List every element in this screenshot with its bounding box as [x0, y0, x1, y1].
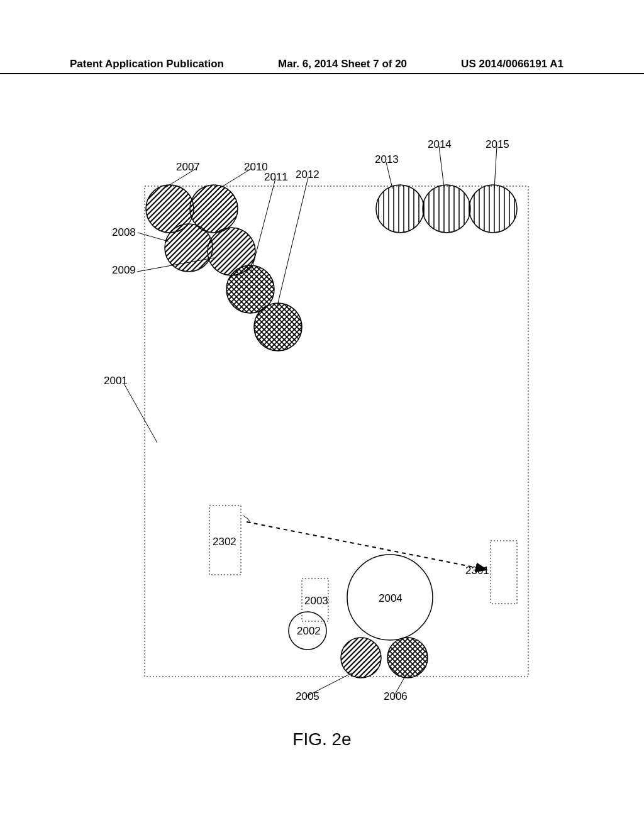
label-2001: 2001 [104, 375, 128, 387]
label-2004: 2004 [379, 592, 402, 605]
label-2005: 2005 [296, 690, 319, 703]
label-2012: 2012 [296, 169, 319, 181]
figure-canvas [0, 0, 644, 830]
label-2301: 2301 [465, 565, 489, 577]
leader-2011 [252, 179, 275, 270]
label-2009: 2009 [112, 264, 136, 277]
figure-svg [0, 0, 644, 830]
label-2013: 2013 [375, 153, 399, 166]
arrow-2302-to-2301 [247, 522, 487, 570]
page-root: Patent Application Publication Mar. 6, 2… [0, 0, 644, 830]
circle-2013 [376, 185, 424, 233]
label-2008: 2008 [112, 226, 136, 239]
figure-caption: FIG. 2e [0, 729, 644, 750]
leader-2012 [277, 177, 308, 308]
leader-2015 [494, 146, 497, 189]
leader-2013 [386, 162, 392, 189]
box-2301 [491, 541, 517, 604]
label-2003: 2003 [304, 595, 328, 607]
leader-2008 [138, 233, 169, 241]
leader-2014 [439, 146, 444, 187]
label-2007: 2007 [176, 161, 200, 174]
circle-2008 [165, 224, 213, 272]
label-2302: 2302 [213, 536, 236, 548]
leader-2001 [124, 384, 157, 443]
label-2002: 2002 [297, 625, 321, 638]
circle-2012 [254, 303, 302, 351]
circle-2006 [387, 638, 428, 678]
circle-2005 [341, 638, 381, 678]
circle-2015 [469, 185, 517, 233]
label-2015: 2015 [486, 138, 509, 151]
label-2006: 2006 [384, 690, 408, 703]
label-2014: 2014 [428, 138, 452, 151]
circle-2014 [423, 185, 470, 233]
label-2011: 2011 [264, 171, 288, 184]
